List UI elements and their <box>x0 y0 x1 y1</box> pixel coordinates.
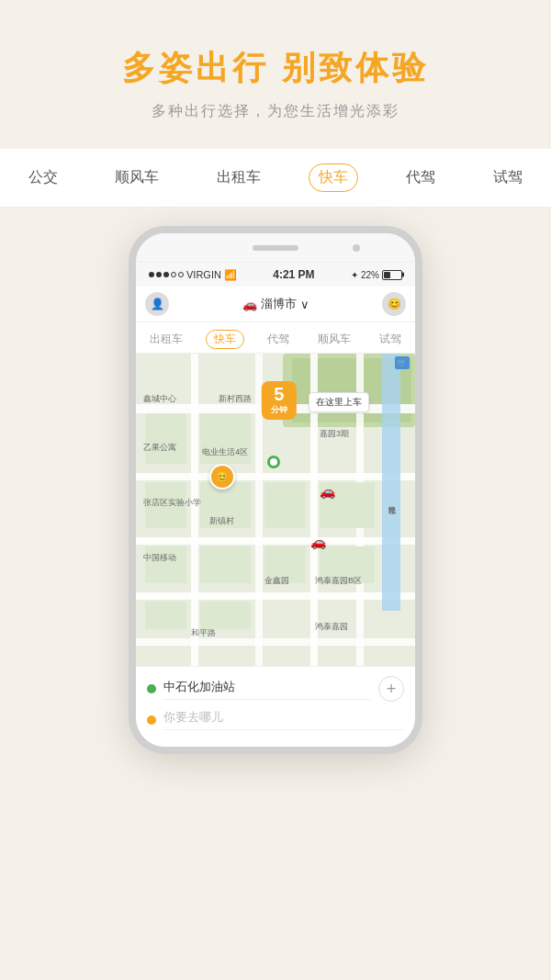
destination-input[interactable]: 你要去哪儿 <box>163 709 404 730</box>
map-view[interactable]: 鑫城中心 新村西路 嘉园3期 电业生活4区 乙果公寓 张店区实验小学 新镇村 中… <box>136 354 415 666</box>
battery-fill <box>384 272 390 278</box>
phone-camera <box>353 244 360 252</box>
status-right: ✦ 22% <box>351 270 402 280</box>
svg-rect-21 <box>145 602 186 629</box>
svg-rect-19 <box>200 546 251 583</box>
destination-row[interactable]: 你要去哪儿 <box>147 709 404 730</box>
svg-text:张店区实验小学: 张店区实验小学 <box>143 498 201 507</box>
svg-text:金鑫园: 金鑫园 <box>264 576 289 585</box>
phone-tab-taxi[interactable]: 出租车 <box>144 330 188 349</box>
svg-rect-22 <box>200 602 251 629</box>
svg-rect-8 <box>191 354 198 666</box>
sub-title: 多种出行选择，为您生活增光添彩 <box>18 102 533 121</box>
location-text: 淄博市 <box>261 296 297 312</box>
dot3 <box>163 272 169 277</box>
status-time: 4:21 PM <box>273 268 314 281</box>
svg-rect-18 <box>145 546 186 583</box>
time-unit: 分钟 <box>271 405 287 414</box>
camera-icon-button[interactable]: 😊 <box>382 292 406 316</box>
dot4 <box>171 272 176 277</box>
phone-mockup: VIRGIN 📶 4:21 PM ✦ 22% 👤 🚗 淄博市 ∨ <box>0 226 551 754</box>
bluetooth-icon: ✦ <box>351 270 358 280</box>
phone-tab-express[interactable]: 快车 <box>206 330 244 349</box>
svg-text:鑫城中心: 鑫城中心 <box>143 394 176 403</box>
outer-tab-testdrive[interactable]: 试驾 <box>484 164 532 191</box>
battery-tip <box>402 273 404 277</box>
svg-rect-7 <box>136 638 415 646</box>
svg-text:电业生活4区: 电业生活4区 <box>202 447 248 456</box>
avatar-image: 😊 <box>216 471 229 483</box>
svg-rect-6 <box>136 592 415 600</box>
signal-dots <box>149 272 184 277</box>
battery-pct: 22% <box>361 270 379 280</box>
pickup-label[interactable]: 在这里上车 <box>309 392 369 412</box>
dot1 <box>149 272 154 277</box>
outer-tab-rideshare[interactable]: 顺风车 <box>106 164 168 191</box>
user-icon-symbol: 👤 <box>151 298 164 310</box>
svg-text:乙果公寓: 乙果公寓 <box>143 443 176 452</box>
user-location-marker: 😊 <box>209 464 235 490</box>
search-panel: 中石化加油站 + 你要去哪儿 <box>136 666 415 747</box>
time-badge: 5 分钟 <box>262 381 297 420</box>
dot5 <box>178 272 184 277</box>
location-selector[interactable]: 🚗 淄博市 ∨ <box>169 296 382 312</box>
status-left: VIRGIN 📶 <box>149 269 237 281</box>
origin-row: 中石化加油站 + <box>147 676 404 702</box>
app-nav-bar: 👤 🚗 淄博市 ∨ 😊 <box>136 287 415 322</box>
svg-text:🚗: 🚗 <box>310 535 327 550</box>
svg-rect-5 <box>136 537 415 545</box>
svg-text:🚗: 🚗 <box>320 484 336 500</box>
phone-frame: VIRGIN 📶 4:21 PM ✦ 22% 👤 🚗 淄博市 ∨ <box>129 226 422 754</box>
status-bar: VIRGIN 📶 4:21 PM ✦ 22% <box>136 263 415 287</box>
time-number: 5 <box>271 385 287 403</box>
outer-tab-express[interactable]: 快车 <box>309 163 358 192</box>
dropdown-arrow: ∨ <box>300 298 309 311</box>
phone-speaker <box>253 245 298 251</box>
user-avatar-icon[interactable]: 👤 <box>145 292 169 316</box>
phone-tab-bar: 出租车 快车 代驾 顺风车 试驾 <box>136 322 415 354</box>
svg-point-41 <box>270 458 277 466</box>
svg-text:🛒: 🛒 <box>397 357 408 368</box>
phone-tab-testdrive[interactable]: 试驾 <box>374 330 407 349</box>
outer-tab-bar: 公交 顺风车 出租车 快车 代驾 试驾 <box>0 149 551 208</box>
add-stop-button[interactable]: + <box>378 676 404 702</box>
destination-dot <box>147 715 156 725</box>
outer-tab-taxi[interactable]: 出租车 <box>208 164 270 191</box>
location-icon: 🚗 <box>242 298 257 311</box>
svg-text:和平路: 和平路 <box>191 628 216 637</box>
svg-text:鸿泰嘉园: 鸿泰嘉园 <box>315 622 348 631</box>
phone-top-bar <box>136 233 415 263</box>
origin-text: 中石化加油站 <box>163 679 371 700</box>
wifi-icon: 📶 <box>224 269 237 281</box>
hero-section: 多姿出行 别致体验 多种出行选择，为您生活增光添彩 <box>0 0 551 149</box>
svg-text:中国移动: 中国移动 <box>143 553 176 562</box>
origin-dot <box>147 684 156 693</box>
svg-rect-4 <box>136 473 415 480</box>
outer-tab-driver[interactable]: 代驾 <box>397 164 444 191</box>
battery-indicator <box>382 270 402 280</box>
camera-icon-symbol: 😊 <box>388 298 401 310</box>
svg-text:新村西路: 新村西路 <box>219 394 252 403</box>
dot2 <box>156 272 162 277</box>
svg-rect-17 <box>264 482 306 528</box>
svg-text:鸿泰嘉园B区: 鸿泰嘉园B区 <box>315 576 362 585</box>
outer-tab-bus[interactable]: 公交 <box>19 164 67 191</box>
svg-rect-12 <box>382 354 400 611</box>
phone-tab-driver[interactable]: 代驾 <box>262 330 295 349</box>
svg-rect-13 <box>145 413 186 464</box>
svg-text:新镇村: 新镇村 <box>209 516 234 525</box>
main-title: 多姿出行 别致体验 <box>18 46 533 91</box>
svg-text:嘉园3期: 嘉园3期 <box>320 429 349 438</box>
carrier-text: VIRGIN <box>186 269 221 280</box>
phone-tab-rideshare[interactable]: 顺风车 <box>312 330 356 349</box>
